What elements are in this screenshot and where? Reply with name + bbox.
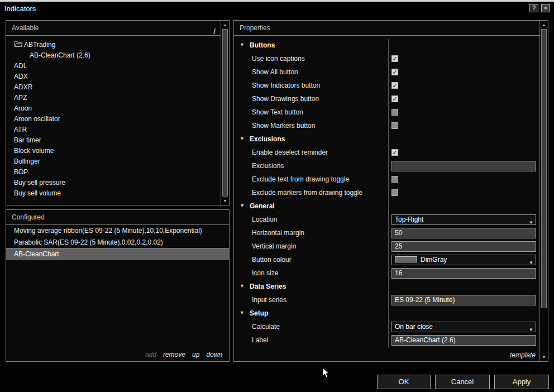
dropdown-value: DimGray — [421, 256, 447, 264]
scrollbar-thumb[interactable] — [222, 29, 228, 197]
collapse-triangle-icon[interactable]: ▼ — [240, 310, 245, 315]
property-label: Show Text button — [252, 108, 303, 116]
property-label: Input series — [252, 296, 286, 304]
property-row: Exclusions — [234, 160, 539, 173]
dropdown[interactable]: On bar close▼ — [391, 322, 536, 332]
checkbox[interactable] — [391, 109, 398, 116]
close-button[interactable]: × — [541, 4, 550, 12]
configured-list-item[interactable]: AB-CleanChart — [6, 248, 229, 260]
text-input[interactable]: ES 09-22 (5 Minute) — [391, 295, 536, 305]
up-link[interactable]: up — [192, 351, 199, 358]
available-list-item[interactable]: APZ — [6, 93, 221, 103]
collapse-triangle-icon[interactable]: ▼ — [240, 283, 245, 289]
property-label: Use icon captions — [252, 55, 305, 63]
collapse-triangle-icon[interactable]: ▼ — [240, 42, 245, 47]
checkbox[interactable] — [391, 176, 398, 183]
configured-list-item[interactable]: Parabolic SAR(ES 09-22 (5 Minute),0.02,0… — [6, 237, 229, 248]
configured-actions: addremoveupdown — [138, 351, 222, 358]
available-list-item[interactable]: ADL — [6, 61, 221, 71]
configured-list-item[interactable]: Moving average ribbon(ES 09-22 (5 Minute… — [6, 225, 229, 237]
available-list-item[interactable]: Buy sell volume — [6, 188, 221, 199]
down-link[interactable]: down — [206, 351, 222, 358]
available-item-label: ADL — [14, 62, 27, 70]
dropdown[interactable]: Top-Right▼ — [391, 214, 536, 225]
property-row: Show All button✓ — [234, 66, 539, 79]
group-label: Exclusions — [250, 135, 285, 143]
scroll-up-icon[interactable]: ▲ — [221, 21, 229, 28]
available-header-label: Available — [12, 24, 39, 32]
group-label: Setup — [250, 309, 268, 317]
color-dropdown[interactable]: DimGray▼ — [391, 255, 536, 265]
property-row: Show Indicators button✓ — [234, 79, 539, 93]
ok-button[interactable]: OK — [377, 375, 431, 389]
checkbox[interactable] — [391, 122, 398, 129]
property-row: Horizontal margin50 — [234, 227, 539, 240]
available-item-label: ADXR — [14, 83, 32, 91]
text-input[interactable]: 16 — [391, 268, 536, 279]
available-list-item[interactable]: Aroon oscillator — [6, 114, 221, 125]
text-input[interactable] — [391, 161, 536, 171]
property-label: Icon size — [252, 269, 278, 277]
property-label: Calculate — [252, 323, 280, 331]
checkbox[interactable]: ✓ — [391, 82, 398, 89]
available-list-item[interactable]: ABTrading — [6, 40, 221, 50]
property-label: Show Drawings button — [252, 95, 319, 103]
property-row: Show Text button — [234, 106, 539, 119]
available-list-item[interactable]: ATR — [6, 125, 221, 135]
properties-scrollbar[interactable]: ▲ ▼ — [539, 21, 548, 361]
available-list-item[interactable]: Bollinger — [6, 156, 221, 167]
scroll-up-icon[interactable]: ▲ — [540, 21, 548, 28]
collapse-triangle-icon[interactable]: ▼ — [240, 203, 245, 208]
checkbox[interactable]: ✓ — [391, 69, 398, 75]
available-list-item[interactable]: BOP — [6, 167, 221, 178]
color-swatch — [395, 256, 417, 262]
available-item-label: AB-CleanChart (2.6) — [30, 51, 90, 59]
available-list-item[interactable]: Block volume — [6, 146, 221, 156]
help-button[interactable]: ? — [529, 4, 538, 12]
property-row: LabelAB-CleanChart (2.6) — [234, 334, 539, 347]
property-row: Use icon captions✓ — [234, 52, 539, 66]
property-group-setup[interactable]: ▼Setup — [234, 307, 539, 321]
add-link[interactable]: add — [145, 351, 156, 358]
checkbox[interactable]: ✓ — [391, 55, 398, 62]
property-row: Enable deselect reminder✓ — [234, 146, 539, 160]
checkbox[interactable]: ✓ — [391, 95, 398, 102]
property-label: Show All button — [252, 68, 298, 76]
text-input[interactable]: 50 — [391, 228, 536, 238]
text-input[interactable]: AB-CleanChart (2.6) — [391, 335, 536, 346]
text-input[interactable]: 25 — [391, 241, 536, 252]
available-list-item[interactable]: Bar timer — [6, 135, 221, 146]
collapse-triangle-icon[interactable]: ▼ — [240, 136, 245, 141]
property-group-data-series[interactable]: ▼Data Series — [234, 280, 539, 294]
group-label: General — [250, 202, 275, 210]
available-list-item[interactable]: AB-CleanChart (2.6) — [6, 50, 221, 61]
available-list-item[interactable]: Aroon — [6, 103, 221, 114]
apply-button[interactable]: Apply — [494, 375, 549, 389]
property-row: Button colourDimGray▼ — [234, 254, 539, 267]
scrollbar-thumb[interactable] — [541, 29, 547, 308]
scroll-down-icon[interactable]: ▼ — [540, 353, 548, 361]
checkbox[interactable] — [391, 189, 398, 196]
available-scrollbar[interactable]: ▲ ▼ — [221, 21, 229, 205]
property-label: Button colour — [252, 256, 292, 264]
available-list-item[interactable]: Buy sell pressure — [6, 178, 221, 188]
available-list-item[interactable]: ADXR — [6, 82, 221, 93]
group-label: Data Series — [250, 283, 286, 290]
property-group-buttons[interactable]: ▼Buttons — [234, 39, 539, 52]
scroll-down-icon[interactable]: ▼ — [221, 197, 229, 204]
template-link[interactable]: template — [510, 351, 536, 359]
property-label: Exclusions — [252, 162, 284, 170]
properties-header: Properties — [234, 21, 539, 36]
remove-link[interactable]: remove — [163, 351, 185, 358]
property-group-exclusions[interactable]: ▼Exclusions — [234, 133, 539, 146]
available-list-item[interactable]: ADX — [6, 71, 221, 82]
dropdown-value: On bar close — [395, 323, 433, 331]
checkbox[interactable]: ✓ — [391, 149, 398, 156]
property-group-general[interactable]: ▼General — [234, 200, 539, 213]
group-label: Buttons — [250, 41, 275, 49]
cancel-button[interactable]: Cancel — [435, 375, 490, 389]
available-item-label: Buy sell volume — [14, 189, 61, 197]
available-panel: Available i ABTradingAB-CleanChart (2.6)… — [6, 20, 230, 205]
property-row: Exclude markers from drawing toggle — [234, 187, 539, 200]
properties-grid: ▼ButtonsUse icon captions✓Show All butto… — [234, 36, 539, 361]
